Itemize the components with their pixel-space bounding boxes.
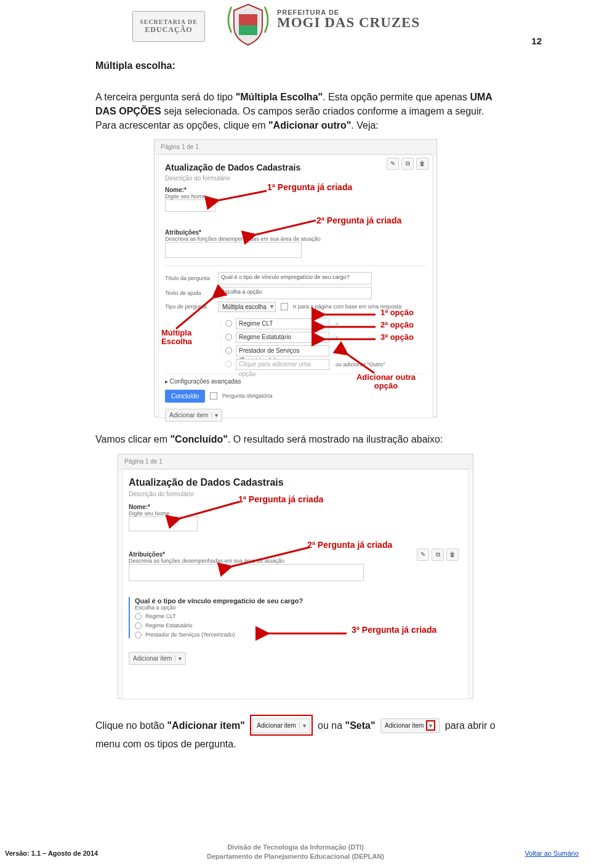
done-button[interactable]: Concluído (165, 390, 205, 403)
radio-icon (225, 347, 232, 354)
svg-line-10 (230, 547, 310, 567)
section-heading: Múltipla escolha: (95, 60, 496, 71)
option-2-input[interactable]: Regime Estatutário (236, 332, 329, 343)
form1-desc: Descrição do formulário (165, 175, 426, 182)
radio-icon (225, 320, 232, 327)
page-footer: Versão: 1.1 – Agosto de 2014 Divisão de … (0, 843, 591, 861)
svg-line-8 (346, 353, 374, 373)
duplicate-icon[interactable]: ⧉ (401, 158, 414, 170)
footer-version: Versão: 1.1 – Agosto de 2014 (5, 850, 98, 857)
required-label: Pergunta obrigatória (222, 393, 273, 399)
closing-paragraph: Clique no botão "Adicionar item" Adicion… (95, 716, 496, 752)
svg-line-2 (217, 191, 267, 201)
back-to-summary-link[interactable]: Voltar ao Sumário (525, 850, 579, 857)
annotation-opt3: 3ª opção (380, 332, 414, 342)
delete-icon[interactable]: 🗑 (416, 158, 428, 170)
delete-icon[interactable]: 🗑 (446, 549, 459, 561)
form1-q1-input[interactable] (165, 199, 215, 212)
drag-handle-icon[interactable]: ⋮ (218, 320, 222, 327)
secretaria-line1: SECRETARIA DE (140, 18, 198, 25)
annotation-opt1: 1ª opção (380, 308, 414, 317)
svg-line-4 (176, 297, 214, 329)
form2-title: Atualização de Dados Cadastrais (129, 477, 462, 488)
annotation2-q2: 2ª Pergunta já criada (307, 540, 392, 550)
annotation2-q1: 1ª Pergunta já criada (238, 494, 323, 504)
add-option-placeholder[interactable]: Clique para adicionar uma opção (236, 359, 329, 370)
radio-option-1[interactable] (135, 613, 142, 620)
radio-icon (225, 334, 232, 340)
form2-q3-title: Qual é o tipo de vínculo empregatício de… (135, 597, 462, 605)
edit-icon[interactable]: ✎ (417, 549, 429, 561)
annotation-q1: 1ª Pergunta já criada (267, 182, 352, 192)
intro-paragraph: A terceira pergunta será do tipo "Múltip… (95, 90, 496, 133)
inline-add-item-button: Adicionar item▾ (250, 715, 312, 736)
form1-q3-help-input[interactable]: Escolha a opção (218, 287, 372, 299)
question-toolbar: ✎ ⧉ 🗑 (417, 549, 459, 561)
form2-page-label: Página 1 de 1 (118, 454, 473, 469)
edit-icon[interactable]: ✎ (387, 158, 399, 170)
prefeitura-logo: PREFEITURA DE MOGI DAS CRUZES (277, 9, 420, 31)
annotation-add-option: Adicionar outra opção (346, 373, 426, 391)
annotation-opt2: 2ª opção (380, 320, 414, 329)
prefeitura-line2: MOGI DAS CRUZES (277, 15, 420, 31)
drag-handle-icon[interactable]: ⋮ (218, 334, 222, 340)
go-to-page-checkbox[interactable] (281, 303, 288, 310)
required-checkbox[interactable] (210, 392, 217, 400)
annotation-multiple-choice: Múltipla Escolha (161, 329, 204, 347)
middle-paragraph: Vamos clicar em "Concluído". O resultado… (95, 432, 496, 446)
svg-rect-0 (239, 14, 257, 25)
duplicate-icon[interactable]: ⧉ (432, 549, 444, 561)
radio-option-3[interactable] (135, 632, 142, 638)
question-toolbar: ✎ ⧉ 🗑 (387, 158, 428, 170)
page-number: 12 (531, 36, 542, 46)
form1-q1-help: Digite seu Nome (165, 193, 426, 199)
svg-line-3 (254, 220, 316, 235)
secretaria-line2: EDUCAÇÃO (145, 25, 192, 34)
option-3-input[interactable]: Prestador de Serviços (Terceirizado) (236, 345, 329, 356)
form2-q3-help: Escolha a opção (135, 605, 462, 611)
form1-page-label: Página 1 de 1 (155, 140, 436, 155)
option-1-input[interactable]: Regime CLT (236, 318, 329, 329)
add-item-button[interactable]: Adicionar item▾ (165, 409, 222, 422)
annotation-q2: 2ª Pergunta já criada (316, 215, 401, 225)
form-result-screenshot-2: Página 1 de 1 Atualização de Dados Cadas… (118, 454, 473, 699)
question-type-select[interactable]: Múltipla escolha (218, 302, 276, 312)
svg-line-9 (178, 502, 239, 519)
remove-option-icon[interactable]: × (333, 347, 340, 355)
inline-add-item-dropdown: Adicionar item▾ (380, 717, 440, 734)
form-editor-screenshot-1: Página 1 de 1 Atualização de Dados Cadas… (154, 139, 437, 417)
secretaria-logo: SECRETARIA DE EDUCAÇÃO (132, 11, 205, 42)
form1-q2-input[interactable] (165, 242, 302, 258)
page-header: SECRETARIA DE EDUCAÇÃO PREFEITURA DE MOG… (0, 0, 591, 49)
svg-rect-1 (239, 25, 257, 35)
radio-icon (225, 361, 232, 368)
city-crest (225, 2, 271, 47)
annotation2-q3: 3ª Pergunta já criada (352, 625, 436, 635)
drag-handle-icon[interactable]: ⋮ (218, 347, 222, 354)
radio-option-2[interactable] (135, 622, 142, 629)
add-item-button[interactable]: Adicionar item▾ (129, 652, 186, 665)
form1-q3-title-input[interactable]: Qual é o tipo de vínculo empregatício de… (218, 272, 372, 284)
